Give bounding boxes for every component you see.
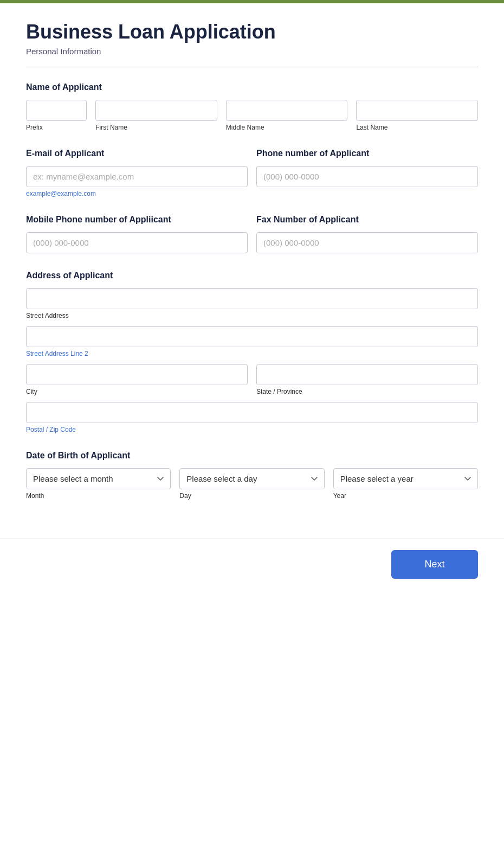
phone-input[interactable] xyxy=(256,166,478,187)
address-section: Address of Applicant Street Address Stre… xyxy=(26,271,478,433)
email-input[interactable] xyxy=(26,166,248,187)
prefix-group: Prefix xyxy=(26,100,87,131)
zip-label: Postal / Zip Code xyxy=(26,426,478,433)
phone-label: Phone number of Applicant xyxy=(256,149,478,158)
last-name-input[interactable] xyxy=(356,100,478,121)
prefix-label: Prefix xyxy=(26,124,87,131)
fax-input[interactable] xyxy=(256,232,478,253)
first-name-group: First Name xyxy=(95,100,217,131)
street2-label: Street Address Line 2 xyxy=(26,350,478,357)
month-group: Please select a month January February M… xyxy=(26,468,171,500)
month-select[interactable]: Please select a month January February M… xyxy=(26,468,171,489)
email-group: E-mail of Applicant example@example.com xyxy=(26,149,248,197)
day-group: Please select a day 12345678910111213141… xyxy=(179,468,324,500)
email-label: E-mail of Applicant xyxy=(26,149,248,158)
dob-section-label: Date of Birth of Applicant xyxy=(26,451,478,461)
phone-group: Phone number of Applicant xyxy=(256,149,478,197)
next-button-row: Next xyxy=(0,539,504,600)
prefix-input[interactable] xyxy=(26,100,87,121)
form-container: Name of Applicant Prefix First Name Midd… xyxy=(0,67,504,539)
month-label: Month xyxy=(26,492,171,500)
dob-section: Date of Birth of Applicant Please select… xyxy=(26,451,478,500)
email-phone-section: E-mail of Applicant example@example.com … xyxy=(26,149,478,197)
email-sublabel: example@example.com xyxy=(26,190,248,197)
name-section: Name of Applicant Prefix First Name Midd… xyxy=(26,82,478,131)
zip-group: Postal / Zip Code xyxy=(26,402,478,433)
header: Business Loan Application Personal Infor… xyxy=(0,3,504,67)
day-label: Day xyxy=(179,492,324,500)
address-section-label: Address of Applicant xyxy=(26,271,478,280)
page-subtitle: Personal Information xyxy=(26,47,478,56)
mobile-label: Mobile Phone number of Appliicant xyxy=(26,215,248,225)
day-select[interactable]: Please select a day 12345678910111213141… xyxy=(179,468,324,489)
first-name-input[interactable] xyxy=(95,100,217,121)
zip-input[interactable] xyxy=(26,402,478,423)
street1-group: Street Address xyxy=(26,288,478,319)
street1-input[interactable] xyxy=(26,288,478,309)
fax-label: Fax Number of Applicant xyxy=(256,215,478,225)
city-input[interactable] xyxy=(26,364,248,385)
city-label: City xyxy=(26,388,248,395)
middle-name-label: Middle Name xyxy=(226,124,348,131)
name-section-label: Name of Applicant xyxy=(26,82,478,92)
city-group: City xyxy=(26,364,248,395)
street2-input[interactable] xyxy=(26,326,478,347)
year-label: Year xyxy=(333,492,478,500)
mobile-group: Mobile Phone number of Appliicant xyxy=(26,215,248,253)
fax-group: Fax Number of Applicant xyxy=(256,215,478,253)
first-name-label: First Name xyxy=(95,124,217,131)
mobile-input[interactable] xyxy=(26,232,248,253)
state-label: State / Province xyxy=(256,388,478,395)
middle-name-input[interactable] xyxy=(226,100,348,121)
state-input[interactable] xyxy=(256,364,478,385)
page-title: Business Loan Application xyxy=(26,21,478,43)
middle-name-group: Middle Name xyxy=(226,100,348,131)
year-group: Please select a year 2026202520242023202… xyxy=(333,468,478,500)
year-select[interactable]: Please select a year 2026202520242023202… xyxy=(333,468,478,489)
mobile-fax-section: Mobile Phone number of Appliicant Fax Nu… xyxy=(26,215,478,253)
street1-label: Street Address xyxy=(26,312,478,319)
next-button[interactable]: Next xyxy=(391,550,478,579)
last-name-group: Last Name xyxy=(356,100,478,131)
street2-group: Street Address Line 2 xyxy=(26,326,478,357)
state-group: State / Province xyxy=(256,364,478,395)
last-name-label: Last Name xyxy=(356,124,478,131)
